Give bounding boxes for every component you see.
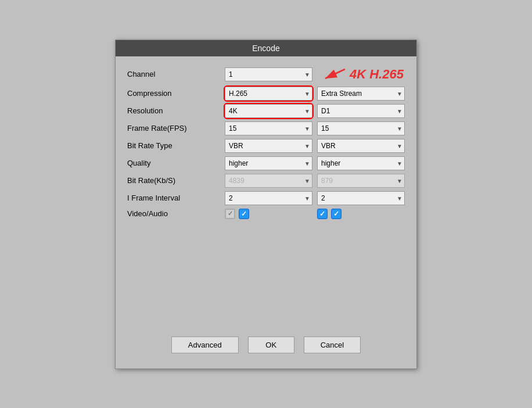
quality-select-extra[interactable]: lowestlowerlowmediumhighhigherhighest — [317, 156, 405, 170]
resolution-label: Resolution — [127, 106, 220, 115]
resolution-select-extra[interactable]: D1720P — [317, 104, 405, 118]
iframe-label: I Frame Interval — [127, 194, 220, 202]
bitratetype-select-extra[interactable]: CBRVBR — [317, 139, 405, 153]
compression-select-wrapper: H.264H.265 ▼ — [225, 87, 312, 101]
framerate-select-main[interactable]: 152530 — [225, 121, 312, 135]
compression-extra-wrapper: Main StreamExtra Stream ▼ — [317, 87, 405, 101]
videoaudio-extra-checkboxes — [317, 209, 405, 219]
compression-label: Compression — [127, 89, 220, 98]
iframe-select-extra[interactable]: 123 — [317, 191, 405, 205]
resolution-select-main[interactable]: 4K1080P720P — [225, 104, 312, 118]
spacer — [127, 225, 405, 330]
framerate-extra-wrapper: 1525 ▼ — [317, 121, 405, 135]
iframe-select-wrapper: 1234 ▼ — [225, 191, 312, 205]
compression-select-main[interactable]: H.264H.265 — [225, 87, 312, 101]
bitratetype-select-wrapper: CBRVBR ▼ — [225, 139, 312, 153]
title-bar: Encode — [116, 40, 416, 56]
iframe-select-main[interactable]: 1234 — [225, 191, 312, 205]
videoaudio-main-checkboxes — [225, 209, 312, 219]
bitrate-select-wrapper: 4839 ▼ — [225, 174, 312, 188]
quality-select-wrapper: lowestlowerlowmediumhighhigherhighest ▼ — [225, 156, 312, 170]
encode-dialog: Encode Channel 123 ▼ — [115, 40, 417, 369]
videoaudio-video-check-main[interactable] — [225, 209, 235, 219]
bitratetype-extra-wrapper: CBRVBR ▼ — [317, 139, 405, 153]
iframe-extra-wrapper: 123 ▼ — [317, 191, 405, 205]
bitratetype-select-main[interactable]: CBRVBR — [225, 139, 312, 153]
cancel-button[interactable]: Cancel — [304, 337, 361, 353]
bitratetype-label: Bit Rate Type — [127, 141, 220, 150]
framerate-label: Frame Rate(FPS) — [127, 124, 220, 133]
svg-line-1 — [325, 69, 345, 78]
form-grid: Channel 123 ▼ 4K H.265 — [127, 66, 405, 219]
bitrate-select-extra: 879 — [317, 174, 405, 188]
button-row: Advanced OK Cancel — [127, 330, 405, 363]
quality-extra-wrapper: lowestlowerlowmediumhighhigherhighest ▼ — [317, 156, 405, 170]
quality-label: Quality — [127, 159, 220, 167]
bitrate-label: Bit Rate(Kb/S) — [127, 176, 220, 185]
ok-button[interactable]: OK — [248, 337, 294, 353]
bitrate-select-main: 4839 — [225, 174, 312, 188]
advanced-button[interactable]: Advanced — [171, 337, 239, 353]
videoaudio-label: Video/Audio — [127, 209, 220, 218]
channel-label: Channel — [127, 70, 220, 78]
compression-select-extra[interactable]: Main StreamExtra Stream — [317, 87, 405, 101]
annotation-text: 4K H.265 — [350, 67, 404, 82]
red-arrow-icon — [317, 66, 346, 83]
quality-select-main[interactable]: lowestlowerlowmediumhighhigherhighest — [225, 156, 312, 170]
framerate-select-wrapper: 152530 ▼ — [225, 121, 312, 135]
annotation: 4K H.265 — [317, 66, 405, 83]
videoaudio-video-check-extra[interactable] — [317, 209, 328, 219]
resolution-select-wrapper: 4K1080P720P ▼ — [225, 104, 312, 118]
dialog-content: Channel 123 ▼ 4K H.265 — [116, 56, 416, 368]
bitrate-extra-wrapper: 879 ▼ — [317, 174, 405, 188]
resolution-extra-wrapper: D1720P ▼ — [317, 104, 405, 118]
dialog-title: Encode — [252, 44, 279, 53]
videoaudio-audio-check-extra[interactable] — [331, 209, 342, 219]
videoaudio-audio-check-main[interactable] — [239, 209, 249, 219]
channel-select-wrapper: 123 ▼ — [225, 67, 312, 81]
framerate-select-extra[interactable]: 1525 — [317, 121, 405, 135]
channel-select[interactable]: 123 — [225, 67, 312, 81]
